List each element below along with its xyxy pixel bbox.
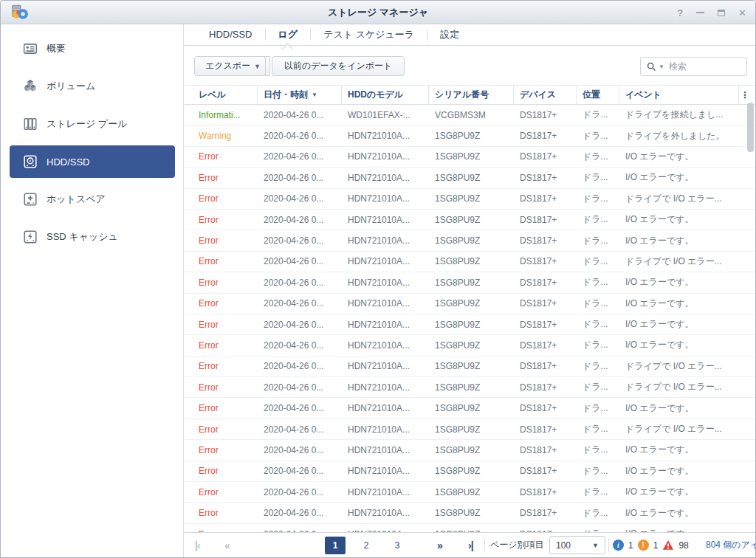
table-row[interactable]: Informati... 2020-04-26 0... WD101EFAX-.… (185, 105, 755, 125)
cell-model: HDN721010A... (342, 503, 429, 523)
cell-model: HDN721010A... (342, 147, 429, 167)
cell-location: ドラ... (577, 125, 619, 145)
close-button[interactable]: ✕ (738, 8, 746, 18)
main-content: HDD/SSD ログ テスト スケジューラ 設定 エクスポート ▼ 以前のデータ… (185, 24, 755, 557)
next-page-icon[interactable]: » (437, 540, 442, 551)
table-row[interactable]: Error 2020-04-26 0... HDN721010A... 1SG8… (185, 377, 755, 398)
cell-level: Error (193, 335, 258, 355)
column-header-location[interactable]: 位置 (577, 86, 619, 104)
error-count-icon[interactable] (662, 540, 674, 551)
table-row[interactable]: Error 2020-04-26 0... HDN721010A... 1SG8… (185, 398, 755, 418)
cell-device: DS1817+ (514, 356, 577, 376)
cell-datetime: 2020-04-26 0... (258, 335, 342, 355)
previous-page-icon[interactable]: « (224, 540, 230, 551)
last-page-icon[interactable]: ›| (468, 540, 473, 551)
table-row[interactable]: Error 2020-04-26 0... HDN721010A... 1SG8… (185, 147, 755, 168)
page-button-1[interactable]: 1 (325, 537, 346, 554)
cell-device: DS1817+ (514, 440, 577, 460)
table-row[interactable]: Error 2020-04-26 0... HDN721010A... 1SG8… (185, 440, 755, 461)
cell-device: DS1817+ (514, 189, 577, 209)
export-dropdown-button[interactable]: ▼ (250, 56, 266, 76)
sort-desc-icon: ▼ (312, 92, 317, 98)
cell-location: ドラ... (577, 314, 619, 334)
help-icon[interactable]: ? (677, 8, 683, 18)
import-button[interactable]: 以前のデータをインポート (272, 56, 405, 76)
cell-device: DS1817+ (514, 335, 577, 355)
table-row[interactable]: Error 2020-04-26 0... HDN721010A... 1SG8… (185, 356, 755, 377)
tab-test-scheduler[interactable]: テスト スケジューラ (311, 24, 427, 45)
cell-event: I/O エラーです。 (619, 272, 739, 292)
search-box[interactable]: ▼ (640, 57, 747, 76)
table-row[interactable]: Error 2020-04-26 0... HDN721010A... 1SG8… (185, 461, 755, 482)
cell-event: I/O エラーです。 (619, 168, 739, 187)
cell-level: Error (193, 377, 258, 397)
cell-datetime: 2020-04-26 0... (258, 125, 342, 145)
column-header-serial[interactable]: シリアル番号 (429, 86, 514, 104)
first-page-icon[interactable]: |‹ (195, 540, 200, 551)
cell-device: DS1817+ (514, 461, 577, 481)
table-row[interactable]: Error 2020-04-26 0... HDN721010A... 1SG8… (185, 272, 755, 293)
cell-location: ドラ... (577, 356, 619, 376)
cell-location: ドラ... (577, 294, 619, 314)
column-header-level[interactable]: レベル (193, 86, 258, 104)
page-button-2[interactable]: 2 (356, 537, 377, 554)
column-header-device[interactable]: デバイス (514, 86, 577, 104)
tab-settings[interactable]: 設定 (427, 24, 472, 45)
cell-event: I/O エラーです。 (619, 314, 739, 334)
cell-model: HDN721010A... (342, 230, 429, 250)
page-size-select[interactable]: 100 ▼ (549, 536, 605, 554)
cell-datetime: 2020-04-26 0... (258, 294, 342, 314)
table-row[interactable]: Error 2020-04-26 0... HDN721010A... 1SG8… (185, 314, 755, 335)
table-row[interactable]: Error 2020-04-26 0... HDN721010A... 1SG8… (185, 482, 755, 503)
maximize-button[interactable] (718, 10, 725, 16)
cell-level: Error (193, 147, 258, 167)
cell-datetime: 2020-04-26 0... (258, 210, 342, 230)
cell-level: Error (193, 168, 258, 187)
minimize-button[interactable] (696, 12, 704, 13)
cell-serial: 1SG8PU9Z (429, 335, 514, 355)
cell-serial: 1SG8PU9Z (429, 377, 514, 397)
titlebar: ストレージ マネージャ ? ✕ (1, 1, 755, 24)
table-row[interactable]: Error 2020-04-26 0... HDN721010A... 1SG8… (185, 335, 755, 356)
cell-serial: 1SG8PU9Z (429, 482, 514, 502)
footer-separator (608, 538, 609, 553)
cell-level: Error (193, 398, 258, 418)
cell-level: Error (193, 252, 258, 272)
warning-count-icon[interactable]: ! (638, 540, 649, 551)
search-filter-arrow-icon[interactable]: ▼ (659, 63, 664, 70)
table-row[interactable]: Error 2020-04-26 0... HDN721010A... 1SG8… (185, 168, 755, 188)
table-row[interactable]: Error 2020-04-26 0... HDN721010A... 1SG8… (185, 294, 755, 314)
sidebar-item-storage-pool[interactable]: ストレージ プール (1, 108, 184, 140)
column-header-datetime[interactable]: 日付・時刻▼ (258, 86, 342, 104)
tab-hdd-ssd[interactable]: HDD/SSD (196, 24, 265, 45)
column-options-icon[interactable]: ⋮ (739, 86, 751, 104)
vertical-scrollbar-thumb[interactable] (747, 103, 754, 152)
cell-datetime: 2020-04-26 0... (258, 147, 342, 167)
cell-model: HDN721010A... (342, 294, 429, 314)
column-header-model[interactable]: HDDのモデル (342, 86, 429, 104)
info-count-icon[interactable]: i (613, 540, 624, 551)
cell-location: ドラ... (577, 168, 619, 187)
cell-datetime: 2020-04-26 0... (258, 230, 342, 250)
table-row[interactable]: Error 2020-04-26 0... HDN721010A... 1SG8… (185, 189, 755, 210)
table-row[interactable]: Error 2020-04-26 0... HDN721010A... 1SG8… (185, 503, 755, 523)
cell-model: HDN721010A... (342, 314, 429, 334)
cell-serial: 1SG8PU9Z (429, 294, 514, 314)
cell-datetime: 2020-04-26 0... (258, 356, 342, 376)
cell-device: DS1817+ (514, 252, 577, 272)
search-input[interactable] (669, 61, 735, 72)
table-row[interactable]: Error 2020-04-26 0... HDN721010A... 1SG8… (185, 419, 755, 440)
sidebar-item-hot-spare[interactable]: ホットスペア (1, 183, 184, 216)
cell-event: ドライブで I/O エラー... (619, 377, 739, 397)
sidebar-item-overview[interactable]: 概要 (1, 32, 184, 65)
table-row[interactable]: Error 2020-04-26 0... HDN721010A... 1SG8… (185, 210, 755, 230)
column-header-event[interactable]: イベント (619, 86, 739, 104)
sidebar-item-ssd-cache[interactable]: SSD キャッシュ (1, 221, 184, 253)
table-row[interactable]: Error 2020-04-26 0... HDN721010A... 1SG8… (185, 252, 755, 272)
cell-location: ドラ... (577, 398, 619, 418)
sidebar-item-volume[interactable]: ボリューム (1, 70, 184, 103)
sidebar-item-hdd-ssd[interactable]: HDD/SSD (10, 145, 175, 178)
page-button-3[interactable]: 3 (387, 537, 408, 554)
table-row[interactable]: Error 2020-04-26 0... HDN721010A... 1SG8… (185, 230, 755, 251)
table-row[interactable]: Warning 2020-04-26 0... HDN721010A... 1S… (185, 125, 755, 146)
